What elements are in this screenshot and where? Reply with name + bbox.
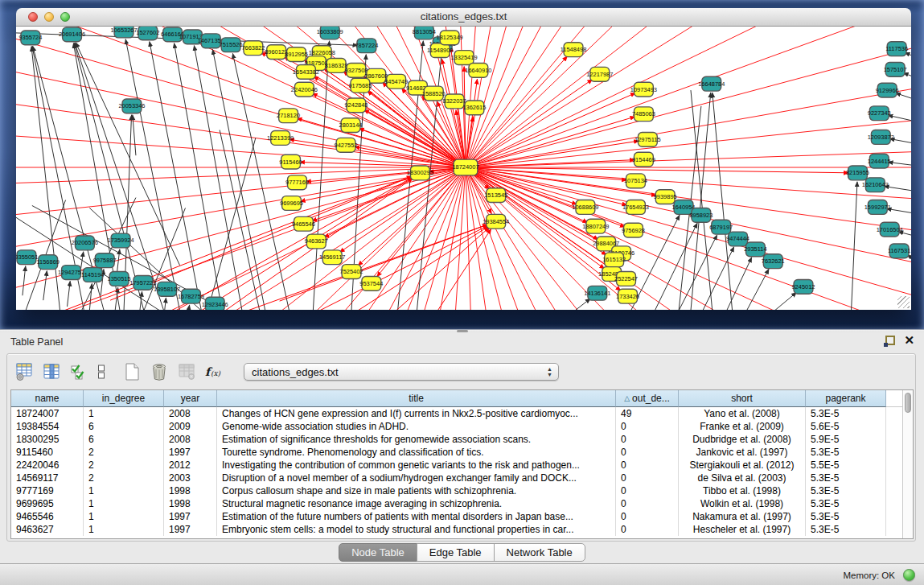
table-cell[interactable]: 5.3E-5 bbox=[806, 472, 886, 484]
table-cell[interactable]: Corpus callosum shape and size in male p… bbox=[217, 484, 616, 497]
table-cell[interactable]: 22420046 bbox=[11, 459, 84, 472]
column-header-title[interactable]: title bbox=[217, 390, 616, 407]
table-cell[interactable]: Yano et al. (2008) bbox=[679, 407, 806, 420]
table-cell[interactable]: Changes of HCN gene expression and I(f) … bbox=[217, 407, 616, 420]
resize-grip[interactable] bbox=[897, 296, 910, 308]
table-cell[interactable]: 19384554 bbox=[11, 420, 84, 433]
table-cell[interactable]: Franke et al. (2009) bbox=[679, 420, 806, 433]
table-cell[interactable]: Jankovic et al. (1997) bbox=[679, 446, 806, 459]
table-cell[interactable]: Investigating the contribution of common… bbox=[217, 459, 616, 472]
column-header-short[interactable]: short bbox=[679, 390, 806, 407]
table-row[interactable]: 1830029562008Estimation of significance … bbox=[11, 433, 913, 446]
show-columns-icon[interactable] bbox=[41, 361, 62, 382]
table-cell[interactable]: 5.9E-5 bbox=[806, 433, 886, 446]
table-cell[interactable]: 0 bbox=[616, 523, 679, 536]
table-cell[interactable]: 0 bbox=[616, 497, 679, 510]
table-cell[interactable]: Disruption of a novel member of a sodium… bbox=[217, 472, 616, 484]
table-cell[interactable]: 1997 bbox=[164, 510, 217, 523]
close-panel-icon[interactable]: ✕ bbox=[904, 333, 914, 348]
table-cell[interactable]: 6 bbox=[84, 420, 164, 433]
table-row[interactable]: 1938455462009Genome-wide association stu… bbox=[11, 420, 913, 433]
table-cell[interactable]: 5.3E-5 bbox=[806, 407, 886, 420]
table-cell[interactable]: Nakamura et al. (1997) bbox=[679, 510, 806, 523]
table-cell[interactable]: 1 bbox=[84, 523, 164, 536]
network-window[interactable]: citations_edges.txt 93557242069140610653… bbox=[16, 8, 911, 310]
table-cell[interactable]: Tourette syndrome. Phenomenology and cla… bbox=[217, 446, 616, 459]
table-selector[interactable]: citations_edges.txt ▲▼ bbox=[244, 363, 559, 381]
table-cell[interactable]: 5.6E-5 bbox=[806, 420, 886, 433]
table-cell[interactable]: 18300295 bbox=[11, 433, 84, 446]
table-cell[interactable]: 0 bbox=[616, 459, 679, 472]
table-cell[interactable]: Stergiakouli et al. (2012) bbox=[679, 459, 806, 472]
import-table-icon[interactable] bbox=[176, 361, 197, 382]
delete-table-icon[interactable] bbox=[149, 361, 170, 382]
table-cell[interactable]: 1 bbox=[84, 407, 164, 420]
scrollbar-thumb[interactable] bbox=[905, 393, 911, 413]
table-cell[interactable]: 2 bbox=[84, 472, 164, 484]
window-titlebar[interactable]: citations_edges.txt bbox=[16, 8, 911, 27]
table-cell[interactable]: de Silva et al. (2003) bbox=[679, 472, 806, 484]
tab-node-table[interactable]: Node Table bbox=[339, 543, 417, 562]
table-cell[interactable]: 9115460 bbox=[11, 446, 84, 459]
table-row[interactable]: 946554611997Estimation of the future num… bbox=[11, 510, 913, 523]
table-row[interactable]: 946362711997Embryonic stem cells: a mode… bbox=[11, 523, 913, 536]
table-cell[interactable]: 5.3E-5 bbox=[806, 523, 886, 536]
table-cell[interactable]: 9465546 bbox=[11, 510, 84, 523]
tab-edge-table[interactable]: Edge Table bbox=[417, 543, 495, 562]
table-cell[interactable]: 1 bbox=[84, 510, 164, 523]
table-cell[interactable]: 5.3E-5 bbox=[806, 510, 886, 523]
table-cell[interactable]: 1 bbox=[84, 484, 164, 497]
table-cell[interactable]: 5.3E-5 bbox=[806, 497, 886, 510]
table-cell[interactable]: 14569117 bbox=[11, 472, 84, 484]
table-cell[interactable]: 0 bbox=[616, 510, 679, 523]
function-builder-icon[interactable]: f(x) bbox=[203, 361, 228, 382]
table-cell[interactable]: 1 bbox=[84, 497, 164, 510]
table-cell[interactable]: 5.5E-5 bbox=[806, 459, 886, 472]
row-height-icon[interactable] bbox=[96, 361, 107, 382]
table-cell[interactable]: 5.3E-5 bbox=[806, 484, 886, 497]
table-cell[interactable]: 9699695 bbox=[11, 497, 84, 510]
create-table-icon[interactable] bbox=[121, 361, 142, 382]
table-row[interactable]: 2242004622012Investigating the contribut… bbox=[11, 459, 913, 472]
table-cell[interactable]: Embryonic stem cells: a model to study s… bbox=[217, 523, 616, 536]
table-cell[interactable]: 9463627 bbox=[11, 523, 84, 536]
table-row[interactable]: 1456911722003Disruption of a novel membe… bbox=[11, 472, 913, 484]
table-cell[interactable]: 49 bbox=[616, 407, 679, 420]
float-panel-icon[interactable] bbox=[884, 336, 895, 347]
table-cell[interactable]: 0 bbox=[616, 484, 679, 497]
table-cell[interactable]: Structural magnetic resonance image aver… bbox=[217, 497, 616, 510]
column-header-year[interactable]: year bbox=[164, 390, 217, 407]
table-cell[interactable]: 0 bbox=[616, 472, 679, 484]
table-scrollbar[interactable] bbox=[902, 390, 913, 538]
network-canvas[interactable]: 9355724206914061065326715276026466160107… bbox=[16, 27, 911, 310]
select-rows-icon[interactable] bbox=[68, 361, 89, 382]
table-cell[interactable]: 6 bbox=[84, 433, 164, 446]
table-cell[interactable]: Wolkin et al. (1998) bbox=[679, 497, 806, 510]
table-cell[interactable]: Genome-wide association studies in ADHD. bbox=[217, 420, 616, 433]
table-cell[interactable]: 1998 bbox=[164, 497, 217, 510]
table-cell[interactable]: Estimation of significance thresholds fo… bbox=[217, 433, 616, 446]
table-row[interactable]: 1872400712008Changes of HCN gene express… bbox=[11, 407, 913, 420]
table-cell[interactable]: 2003 bbox=[164, 472, 217, 484]
table-cell[interactable]: 0 bbox=[616, 433, 679, 446]
table-cell[interactable]: 5.3E-5 bbox=[806, 446, 886, 459]
table-cell[interactable]: 2 bbox=[84, 459, 164, 472]
column-header-pagerank[interactable]: pagerank bbox=[806, 390, 886, 407]
table-cell[interactable]: 2 bbox=[84, 446, 164, 459]
table-cell[interactable]: 1998 bbox=[164, 484, 217, 497]
table-cell[interactable]: 1997 bbox=[164, 446, 217, 459]
table-row[interactable]: 911546021997Tourette syndrome. Phenomeno… bbox=[11, 446, 913, 459]
table-cell[interactable]: 9777169 bbox=[11, 484, 84, 497]
tab-network-table[interactable]: Network Table bbox=[494, 543, 585, 562]
table-cell[interactable]: 2008 bbox=[164, 407, 217, 420]
table-cell[interactable]: 0 bbox=[616, 446, 679, 459]
table-cell[interactable]: Estimation of the future numbers of pati… bbox=[217, 510, 616, 523]
table-cell[interactable]: Tibbo et al. (1998) bbox=[679, 484, 806, 497]
table-cell[interactable]: Dudbridge et al. (2008) bbox=[679, 433, 806, 446]
column-header-name[interactable]: name bbox=[11, 390, 84, 407]
table-row[interactable]: 977716911998Corpus callosum shape and si… bbox=[11, 484, 913, 497]
column-header-indegree[interactable]: in_degree bbox=[84, 390, 164, 407]
table-cell[interactable]: Hescheler et al. (1997) bbox=[679, 523, 806, 536]
table-cell[interactable]: 2009 bbox=[164, 420, 217, 433]
column-header-outde[interactable]: △out_de... bbox=[616, 390, 679, 407]
